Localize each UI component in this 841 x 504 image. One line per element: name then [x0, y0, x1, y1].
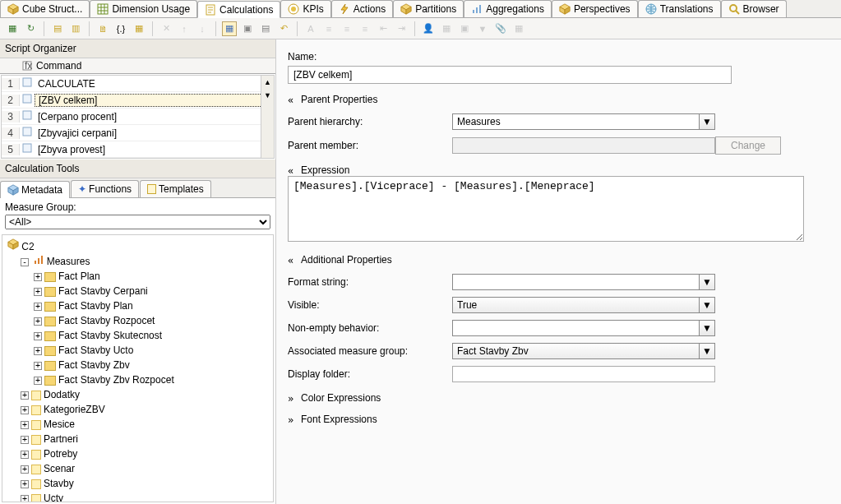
expand-icon[interactable]: + — [34, 303, 42, 311]
format-string-select[interactable]: ▼ — [452, 274, 715, 290]
assoc-mg-select[interactable]: ▼ — [452, 343, 715, 359]
dropdown-icon[interactable]: ▼ — [700, 274, 715, 290]
font-expressions-section[interactable]: » Font Expressions — [288, 414, 829, 425]
collapse-icon[interactable]: - — [21, 258, 29, 266]
tree-dimension[interactable]: +Scenar — [21, 461, 270, 476]
tree-dimension[interactable]: +KategorieZBV — [21, 402, 270, 417]
tab-actions[interactable]: Actions — [331, 0, 393, 17]
tool-comment-icon[interactable]: ▦ — [132, 21, 146, 36]
tool-process-icon[interactable]: ▦ — [5, 21, 20, 36]
ctab-metadata[interactable]: Metadata — [0, 181, 70, 198]
display-folder-input[interactable] — [452, 366, 715, 382]
expand-icon[interactable]: + — [21, 465, 29, 474]
tree-folder[interactable]: +Fact Stavby Ucto — [34, 343, 270, 358]
tab-calculations[interactable]: Calculations — [197, 1, 280, 18]
scrollbar[interactable]: ▲ ▼ — [261, 76, 274, 158]
tool-new-script-icon[interactable]: 🗎 — [95, 21, 110, 36]
tree-root[interactable]: C2 - Measures +Fact Plan+Fact Stavby Cer… — [7, 238, 270, 502]
tree-folder[interactable]: +Fact Stavby Rozpocet — [34, 313, 270, 328]
nonempty-select[interactable]: ▼ — [452, 320, 715, 336]
tree-folder[interactable]: +Fact Stavby Skutecnost — [34, 328, 270, 343]
tree-folder[interactable]: +Fact Stavby Zbv Rozpocet — [34, 372, 270, 387]
tool-check-syntax-icon[interactable]: ▤ — [258, 21, 273, 36]
tab-aggregations[interactable]: Aggregations — [464, 0, 552, 17]
expand-icon[interactable]: + — [34, 377, 42, 385]
measure-group-select[interactable]: <All> — [5, 215, 270, 229]
expand-icon[interactable]: + — [34, 273, 42, 281]
tree-dimension[interactable]: +Ucty — [21, 491, 270, 502]
expression-section[interactable]: « Expression — [288, 164, 829, 176]
expand-icon[interactable]: + — [21, 391, 29, 400]
ctab-templates[interactable]: Templates — [140, 180, 211, 197]
tool-move-up-icon[interactable]: ↑ — [177, 21, 192, 36]
expand-icon[interactable]: + — [34, 288, 42, 296]
expand-icon[interactable]: + — [21, 436, 29, 444]
command-row[interactable]: 2[ZBV celkem] — [2, 92, 274, 109]
tool-script-view-icon[interactable]: ▣ — [240, 21, 255, 36]
tab-perspectives[interactable]: Perspectives — [552, 0, 638, 17]
expression-input[interactable]: [Measures].[Viceprace] - [Measures].[Men… — [288, 176, 804, 242]
tool-filter-icon[interactable]: ▦ — [439, 21, 454, 36]
parent-hierarchy-value[interactable] — [452, 113, 700, 130]
tool-new-set-icon[interactable]: ▥ — [68, 21, 83, 36]
tool-props-icon[interactable]: ▼ — [475, 21, 490, 36]
tree-dimension[interactable]: +Stavby — [21, 476, 270, 491]
nonempty-value[interactable] — [452, 320, 700, 336]
ctab-functions[interactable]: ✦ Functions — [71, 180, 139, 197]
tool-copy-icon[interactable]: ▣ — [457, 21, 472, 36]
tree-folder[interactable]: +Fact Plan — [34, 269, 270, 284]
dropdown-icon[interactable]: ▼ — [700, 113, 715, 130]
expand-icon[interactable]: + — [34, 347, 42, 355]
parent-hierarchy-select[interactable]: ▼ — [452, 113, 715, 130]
scroll-up-icon[interactable]: ▲ — [261, 76, 274, 89]
expand-icon[interactable]: + — [34, 317, 42, 326]
assoc-mg-value[interactable] — [452, 343, 700, 359]
tree-dimension[interactable]: +Partneri — [21, 432, 270, 446]
scroll-down-icon[interactable]: ▼ — [261, 89, 274, 102]
tree-dimension[interactable]: +Mesice — [21, 417, 270, 432]
tree-folder[interactable]: +Fact Stavby Zbv — [34, 358, 270, 372]
expand-icon[interactable]: + — [21, 480, 29, 488]
collapse-icon[interactable]: « — [288, 255, 298, 265]
dropdown-icon[interactable]: ▼ — [700, 343, 715, 359]
collapse-icon[interactable]: « — [288, 95, 298, 104]
tool-indent-icon[interactable]: ≡ — [321, 21, 336, 36]
expand-icon[interactable]: + — [21, 451, 29, 459]
tab-translations[interactable]: Translations — [638, 0, 721, 17]
additional-properties-section[interactable]: « Additional Properties — [288, 254, 829, 266]
command-row[interactable]: 5[Zbyva provest] — [2, 141, 274, 158]
expand-icon[interactable]: + — [21, 406, 29, 414]
tool-user-icon[interactable]: 👤 — [421, 21, 436, 36]
tab-kpis[interactable]: KPIs — [280, 0, 330, 17]
expand-icon[interactable]: + — [34, 362, 42, 370]
tool-undo-icon[interactable]: ↶ — [276, 21, 291, 36]
parent-properties-section[interactable]: « Parent Properties — [288, 94, 829, 105]
expand-icon[interactable]: + — [21, 495, 29, 502]
tool-outdent-icon[interactable]: ⇤ — [376, 21, 390, 36]
tool-align-l-icon[interactable]: ≡ — [358, 21, 372, 36]
tree-folder[interactable]: +Fact Stavby Plan — [34, 298, 270, 313]
tool-new-member-icon[interactable]: ▤ — [50, 21, 65, 36]
tab-cube-structure[interactable]: Cube Struct... — [0, 0, 90, 17]
tool-print-icon[interactable]: ▦ — [511, 21, 526, 36]
tool-reconnect-icon[interactable]: ↻ — [23, 21, 38, 36]
visible-select[interactable]: ▼ — [452, 297, 715, 313]
name-input[interactable] — [288, 66, 732, 84]
dropdown-icon[interactable]: ▼ — [700, 320, 715, 336]
collapse-icon[interactable]: « — [288, 165, 298, 175]
metadata-tree[interactable]: C2 - Measures +Fact Plan+Fact Stavby Cer… — [2, 234, 274, 502]
visible-value[interactable] — [452, 297, 700, 313]
tree-dimension[interactable]: +Potreby — [21, 446, 270, 461]
expand-icon[interactable]: » — [288, 393, 298, 403]
expand-icon[interactable]: + — [34, 332, 42, 340]
tool-indent3-icon[interactable]: ⇥ — [394, 21, 409, 36]
tool-indent2-icon[interactable]: ≡ — [340, 21, 354, 36]
tab-dimension-usage[interactable]: Dimension Usage — [90, 0, 197, 17]
tab-partitions[interactable]: Partitions — [393, 0, 464, 17]
color-expressions-section[interactable]: » Color Expressions — [288, 392, 829, 404]
expand-icon[interactable]: » — [288, 414, 298, 424]
command-row[interactable]: 3[Cerpano procent] — [2, 109, 274, 125]
tool-braces-icon[interactable]: {.} — [113, 21, 128, 36]
tool-attach-icon[interactable]: 📎 — [493, 21, 508, 36]
tree-measures[interactable]: - Measures +Fact Plan+Fact Stavby Cerpan… — [21, 254, 270, 387]
